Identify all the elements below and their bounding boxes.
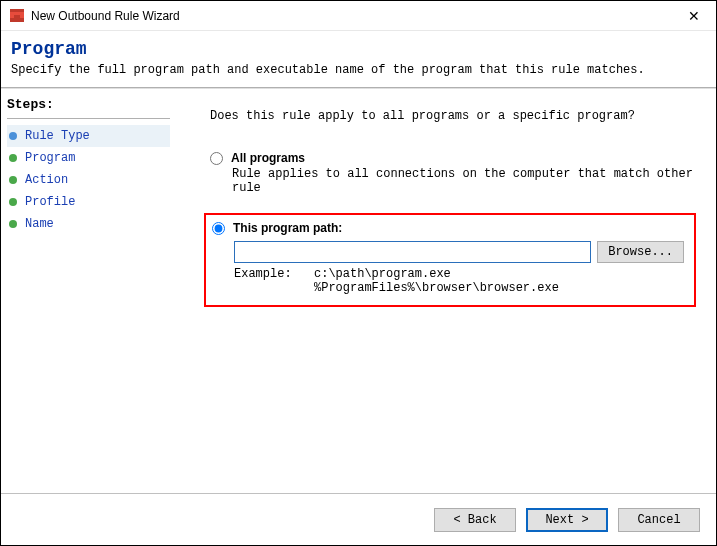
page-title: Program <box>11 39 706 59</box>
footer: < Back Next > Cancel <box>1 493 716 545</box>
step-bullet-icon <box>9 198 17 206</box>
svg-rect-2 <box>10 15 14 18</box>
svg-rect-6 <box>10 9 24 12</box>
radio-all-programs[interactable] <box>210 152 223 165</box>
wizard-window: New Outbound Rule Wizard ✕ Program Speci… <box>0 0 717 546</box>
svg-rect-3 <box>15 15 19 18</box>
question-text: Does this rule apply to all programs or … <box>210 109 698 123</box>
option-program-path[interactable]: This program path: <box>212 221 684 235</box>
example-line-1: c:\path\program.exe <box>314 267 559 281</box>
step-profile[interactable]: Profile <box>7 191 170 213</box>
cancel-button[interactable]: Cancel <box>618 508 700 532</box>
example-label: Example: <box>234 267 314 295</box>
firewall-icon <box>9 8 25 24</box>
step-bullet-icon <box>9 220 17 228</box>
browse-button[interactable]: Browse... <box>597 241 684 263</box>
steps-title: Steps: <box>7 97 170 112</box>
titlebar: New Outbound Rule Wizard ✕ <box>1 1 716 31</box>
close-button[interactable]: ✕ <box>671 1 716 31</box>
body: Steps: Rule Type Program Action Profile … <box>1 89 716 493</box>
page-subtitle: Specify the full program path and execut… <box>11 63 706 77</box>
step-label: Action <box>25 173 68 187</box>
svg-rect-4 <box>20 15 24 18</box>
step-label: Profile <box>25 195 75 209</box>
step-bullet-icon <box>9 154 17 162</box>
step-rule-type[interactable]: Rule Type <box>7 125 170 147</box>
path-input-row: Browse... <box>234 241 684 263</box>
example-block: Example: c:\path\program.exe %ProgramFil… <box>234 267 684 295</box>
step-program[interactable]: Program <box>7 147 170 169</box>
page-header: Program Specify the full program path an… <box>1 31 716 87</box>
steps-panel: Steps: Rule Type Program Action Profile … <box>1 89 176 493</box>
option-all-desc: Rule applies to all connections on the c… <box>232 167 698 195</box>
step-bullet-icon <box>9 176 17 184</box>
radio-label-all: All programs <box>231 151 305 165</box>
radio-label-path: This program path: <box>233 221 342 235</box>
svg-rect-1 <box>10 12 24 15</box>
step-bullet-icon <box>9 132 17 140</box>
program-path-input[interactable] <box>234 241 591 263</box>
svg-rect-5 <box>10 18 24 22</box>
steps-divider <box>7 118 170 119</box>
window-title: New Outbound Rule Wizard <box>31 9 671 23</box>
next-button[interactable]: Next > <box>526 508 608 532</box>
step-name[interactable]: Name <box>7 213 170 235</box>
highlight-box: This program path: Browse... Example: c:… <box>204 213 696 307</box>
step-label: Name <box>25 217 54 231</box>
back-button[interactable]: < Back <box>434 508 516 532</box>
step-label: Rule Type <box>25 129 90 143</box>
example-line-2: %ProgramFiles%\browser\browser.exe <box>314 281 559 295</box>
step-label: Program <box>25 151 75 165</box>
radio-program-path[interactable] <box>212 222 225 235</box>
content-panel: Does this rule apply to all programs or … <box>176 89 716 493</box>
option-all-programs[interactable]: All programs <box>210 151 698 165</box>
step-action[interactable]: Action <box>7 169 170 191</box>
